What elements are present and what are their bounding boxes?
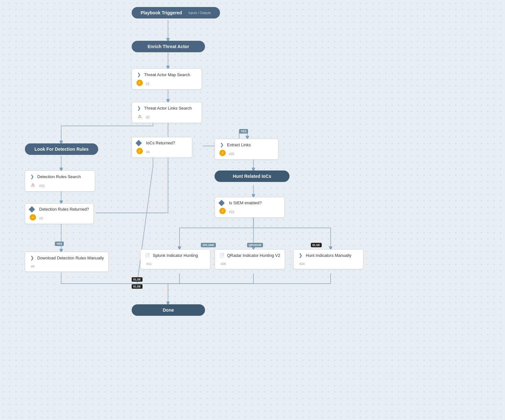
threat-actor-links-search-label: Threat Actor Links Search	[144, 106, 192, 111]
hunt-related-iocs-label: Hunt Related IoCs	[233, 174, 271, 179]
node-id-6: #6	[31, 265, 34, 268]
node-id-3: #3	[39, 217, 43, 220]
splunk-badge: SPLUNK	[201, 243, 216, 247]
diamond-icon-iocs	[135, 140, 142, 146]
playbook-triggered-node[interactable]: Playbook Triggered Inputs / Outputs	[132, 7, 220, 18]
chevron-icon-2: ❯	[136, 105, 142, 111]
iocs-returned-node[interactable]: IoCs Returned? ⚡ #4	[132, 137, 192, 158]
node-id-1: #1	[146, 82, 150, 86]
node-id-11: #11	[146, 262, 152, 266]
warning-icon-2: ⚠	[136, 113, 143, 119]
chevron-icon-extract: ❯	[219, 142, 224, 147]
chevron-icon-detection: ❯	[30, 174, 35, 179]
node-id-2: #2	[146, 116, 150, 119]
doc-icon-qradar: 📄	[219, 253, 224, 258]
flow-canvas: Playbook Triggered Inputs / Outputs Enri…	[0, 0, 505, 420]
splunk-indicator-hunting-label: Splunk Indicator Hunting	[153, 253, 198, 258]
qradar-badge: QRADAR	[247, 243, 263, 247]
chevron-icon-download: ❯	[30, 255, 35, 260]
download-detection-rules-label: Download Detection Rules Manually	[37, 256, 104, 260]
is-siem-enabled-node[interactable]: Is SIEM enabled? ⚡ #10	[215, 197, 285, 218]
doc-icon-splunk: 📄	[145, 253, 150, 258]
extract-links-label: Extract Links	[227, 142, 251, 147]
node-id-26: #26	[221, 262, 226, 266]
warning-icon-15: ⚠	[30, 182, 36, 188]
threat-actor-map-search-label: Threat Actor Map Search	[144, 72, 190, 77]
node-id-24: #24	[299, 262, 305, 266]
lightning-icon-3: ⚡	[30, 214, 36, 221]
is-siem-enabled-label: Is SIEM enabled?	[229, 200, 262, 205]
node-id-25: #25	[229, 152, 234, 156]
diamond-icon-siem	[218, 200, 225, 206]
download-detection-rules-node[interactable]: ❯ Download Detection Rules Manually #6	[25, 252, 109, 272]
threat-actor-map-search-node[interactable]: ❯ Threat Actor Map Search ⚡ #1	[132, 69, 202, 90]
playbook-triggered-label: Playbook Triggered	[141, 10, 182, 15]
qradar-indicator-hunting-node[interactable]: 📄 QRadar Indicator Hunting V2 #26	[215, 249, 285, 269]
detection-rules-returned-node[interactable]: Detection Rules Returned? ⚡ #3	[25, 203, 94, 224]
threat-actor-links-search-node[interactable]: ❯ Threat Actor Links Search ⚠ #2	[132, 102, 202, 123]
lightning-icon-10: ⚡	[219, 208, 226, 214]
hunt-indicators-manually-node[interactable]: ❯ Hunt Indicators Manually #24	[293, 249, 363, 269]
hunt-related-iocs-node[interactable]: Hunt Related IoCs	[215, 170, 289, 182]
detection-rules-returned-label: Detection Rules Returned?	[39, 207, 89, 212]
chevron-icon: ❯	[136, 72, 142, 77]
detection-rules-search-label: Detection Rules Search	[37, 174, 81, 179]
qradar-indicator-hunting-label: QRadar Indicator Hunting V2	[227, 253, 280, 258]
extract-links-node[interactable]: ❯ Extract Links ⚡ #25	[215, 139, 278, 160]
detection-rules-search-node[interactable]: ❯ Detection Rules Search ⚠ #15	[25, 170, 95, 192]
look-for-detection-rules-label: Look For Detection Rules	[34, 147, 89, 152]
yes-badge-iocs: YES	[239, 129, 248, 134]
else-badge-dr: ELSE	[132, 277, 143, 282]
done-label: Done	[163, 308, 174, 313]
inputs-outputs-label: Inputs / Outputs	[188, 11, 211, 15]
lightning-icon-1: ⚡	[136, 80, 143, 86]
node-id-10: #10	[229, 210, 234, 214]
lightning-icon-4: ⚡	[136, 148, 143, 154]
else-badge-siem: ELSE	[311, 243, 322, 247]
node-id-4: #4	[146, 150, 150, 154]
diamond-icon-drr	[29, 206, 35, 213]
splunk-indicator-hunting-node[interactable]: 📄 Splunk Indicator Hunting #11	[140, 249, 210, 269]
hunt-indicators-manually-label: Hunt Indicators Manually	[306, 253, 351, 258]
iocs-returned-label: IoCs Returned?	[146, 141, 175, 145]
node-id-15: #15	[39, 184, 45, 188]
lightning-icon-25: ⚡	[219, 150, 226, 156]
done-node[interactable]: Done	[132, 304, 205, 316]
enrich-threat-actor-node[interactable]: Enrich Threat Actor	[132, 41, 205, 52]
else-badge-iocs: ELSE	[132, 284, 143, 289]
enrich-threat-actor-label: Enrich Threat Actor	[148, 44, 189, 49]
yes-badge-drr: YES	[55, 242, 64, 246]
chevron-icon-hunt: ❯	[298, 253, 303, 258]
look-for-detection-rules-node[interactable]: Look For Detection Rules	[25, 143, 98, 155]
